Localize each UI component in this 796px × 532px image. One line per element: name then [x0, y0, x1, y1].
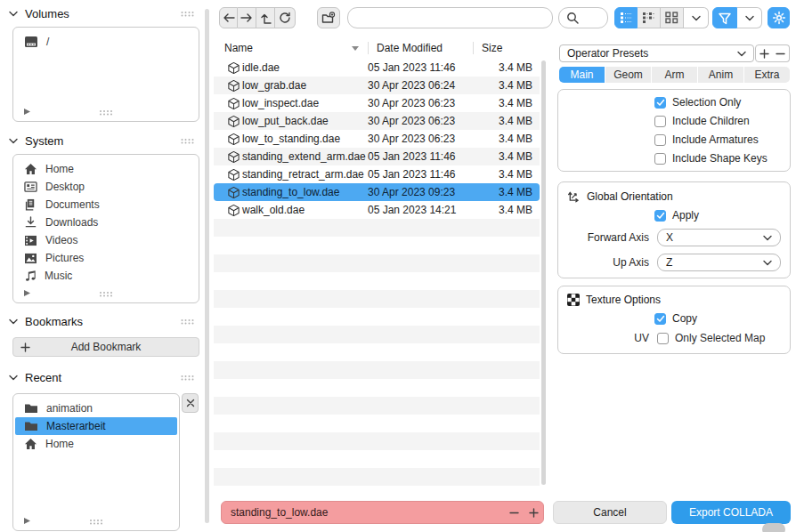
sidebar: Volumes / System HomeDesktopDocumentsDow…	[0, 0, 203, 532]
file-row[interactable]: low_grab.dae30 Apr 2023 06:243.4 MB	[214, 77, 540, 94]
option-include-armatures[interactable]: Include Armatures	[558, 133, 790, 146]
checkbox-unchecked[interactable]	[654, 134, 666, 146]
preset-add-button[interactable]	[755, 44, 773, 62]
file-row[interactable]: standing_retract_arm.dae05 Jan 2023 11:4…	[214, 165, 540, 183]
grip-dots-icon[interactable]	[90, 519, 103, 525]
tab-arm[interactable]: Arm	[652, 67, 697, 83]
checkbox-unchecked[interactable]	[654, 116, 666, 127]
checkbox-unchecked[interactable]	[654, 153, 666, 165]
panel-header[interactable]: Global Orientation	[558, 182, 790, 203]
up-axis-dropdown[interactable]: Z	[657, 254, 781, 271]
grip-dots-icon[interactable]	[181, 138, 194, 144]
tab-anim[interactable]: Anim	[698, 67, 743, 83]
back-button[interactable]	[219, 7, 238, 28]
path-input[interactable]	[348, 8, 552, 28]
cancel-button[interactable]: Cancel	[553, 501, 667, 524]
file-name: standing_retract_arm.dae	[242, 168, 368, 181]
file-row[interactable]: standing_extend_arm.dae05 Jan 2023 11:46…	[214, 148, 540, 165]
triangle-right-icon[interactable]	[23, 517, 31, 525]
option-include-children[interactable]: Include Children	[558, 115, 790, 127]
operator-presets-dropdown[interactable]: Operator Presets	[559, 44, 754, 62]
tab-extra[interactable]: Extra	[744, 67, 790, 83]
forward-axis-dropdown[interactable]: X	[657, 229, 781, 246]
file-list-scrollbar[interactable]	[541, 60, 546, 485]
window-resize-grip[interactable]	[762, 523, 785, 532]
sidebar-item-downloads[interactable]: Downloads	[15, 214, 197, 231]
sidebar-item-home[interactable]: Home	[15, 160, 197, 178]
new-folder-button[interactable]	[317, 7, 340, 28]
copy-option[interactable]: Copy	[558, 312, 790, 325]
filter-button[interactable]	[712, 7, 737, 28]
grip-dots-icon[interactable]	[181, 318, 194, 325]
sidebar-item-animation[interactable]: animation	[15, 399, 177, 417]
settings-button[interactable]	[768, 7, 790, 28]
filename-input[interactable]	[222, 506, 504, 519]
checkbox-checked[interactable]	[654, 210, 666, 222]
sidebar-scrollbar[interactable]	[205, 9, 209, 523]
preset-remove-button[interactable]	[772, 44, 790, 62]
column-header-name[interactable]: Name	[224, 42, 368, 54]
parent-directory-button[interactable]	[256, 7, 275, 28]
sidebar-item--[interactable]: /	[15, 33, 197, 51]
search-field[interactable]	[558, 7, 608, 28]
panel-header[interactable]: Texture Options	[558, 286, 790, 306]
grip-dots-icon[interactable]	[100, 109, 113, 116]
column-header-date[interactable]: Date Modified	[368, 42, 473, 54]
file-date: 05 Jan 2023 11:46	[368, 150, 473, 163]
sidebar-item-pictures[interactable]: Pictures	[15, 249, 197, 267]
checkbox-unchecked[interactable]	[657, 333, 669, 344]
export-collada-button[interactable]: Export COLLADA	[671, 501, 791, 524]
view-horizontal-list-button[interactable]	[638, 7, 661, 28]
file-row[interactable]: low_inspect.dae30 Apr 2023 06:233.4 MB	[214, 94, 540, 112]
desktop-icon	[24, 181, 37, 193]
forward-button[interactable]	[238, 7, 256, 28]
sidebar-item-music[interactable]: Music	[15, 267, 197, 285]
bookmarks-section-header[interactable]: Bookmarks	[0, 312, 203, 330]
checkbox-checked[interactable]	[654, 313, 666, 325]
option-include-shape-keys[interactable]: Include Shape Keys	[558, 152, 790, 165]
recent-section-header[interactable]: Recent	[0, 368, 203, 386]
triangle-right-icon[interactable]	[23, 289, 31, 297]
file-row[interactable]: walk_old.dae05 Jan 2023 14:213.4 MB	[214, 201, 540, 219]
system-section-header[interactable]: System	[0, 132, 203, 149]
volumes-box-footer	[13, 108, 199, 118]
panel-title: Texture Options	[586, 294, 661, 306]
filter-options-dropdown[interactable]	[737, 7, 762, 28]
only-selected-map-option[interactable]: Only Selected Map	[657, 332, 781, 344]
checkbox-checked[interactable]	[654, 97, 666, 109]
column-header-size[interactable]: Size	[473, 42, 540, 54]
grip-dots-icon[interactable]	[181, 375, 194, 381]
option-selection-only[interactable]: Selection Only	[558, 96, 790, 109]
tab-geom[interactable]: Geom	[605, 67, 651, 83]
sidebar-item-desktop[interactable]: Desktop	[15, 178, 197, 196]
empty-row	[214, 219, 540, 237]
view-vertical-list-button[interactable]	[614, 7, 638, 28]
file-row[interactable]: idle.dae05 Jan 2023 11:463.4 MB	[214, 59, 540, 77]
file-size: 3.4 MB	[473, 79, 532, 92]
increment-filename-button[interactable]	[524, 508, 543, 518]
tab-label: Arm	[665, 69, 685, 81]
apply-option[interactable]: Apply	[558, 209, 790, 222]
view-thumbnails-button[interactable]	[661, 7, 684, 28]
file-row[interactable]: standing_to_low.dae30 Apr 2023 09:233.4 …	[214, 183, 540, 201]
file-row[interactable]: low_to_standing.dae30 Apr 2023 06:233.4 …	[214, 130, 540, 148]
file-size: 3.4 MB	[473, 61, 532, 74]
file-name: low_grab.dae	[242, 79, 368, 92]
volumes-section-header[interactable]: Volumes	[0, 4, 203, 22]
grip-dots-icon[interactable]	[100, 291, 113, 297]
sidebar-item-videos[interactable]: Videos	[15, 231, 197, 249]
triangle-right-icon[interactable]	[23, 108, 31, 116]
decrement-filename-button[interactable]	[504, 508, 524, 518]
file-row[interactable]: low_put_back.dae30 Apr 2023 06:233.4 MB	[214, 112, 540, 130]
empty-row	[214, 272, 540, 290]
clear-recent-button[interactable]	[182, 393, 199, 413]
grip-dots-icon[interactable]	[181, 11, 194, 17]
sidebar-item-documents[interactable]: Documents	[15, 196, 197, 214]
tab-main[interactable]: Main	[559, 67, 605, 83]
view-options-dropdown[interactable]	[684, 7, 709, 28]
add-bookmark-button[interactable]: Add Bookmark	[12, 337, 199, 357]
refresh-button[interactable]	[275, 7, 296, 28]
sidebar-item-label: Masterarbeit	[46, 420, 106, 432]
sidebar-item-masterarbeit[interactable]: Masterarbeit	[15, 417, 177, 435]
sidebar-item-home[interactable]: Home	[15, 435, 177, 453]
